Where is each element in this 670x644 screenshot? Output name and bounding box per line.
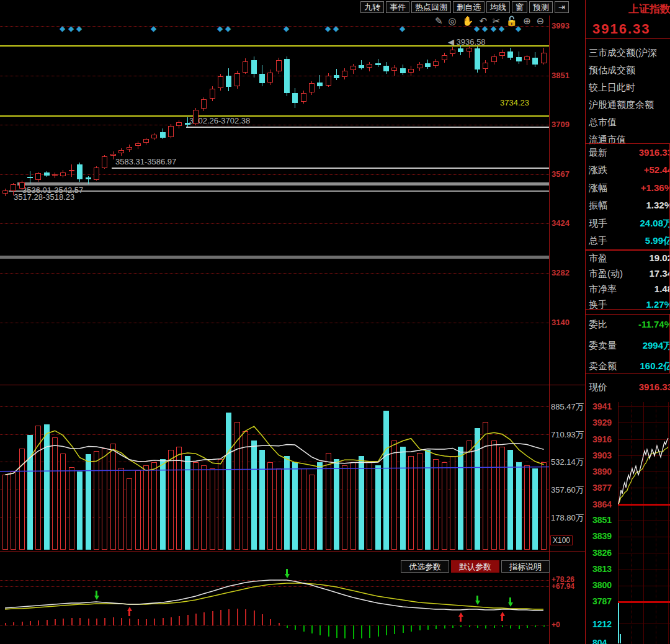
volume-bar: [176, 447, 182, 550]
volume-bar: [317, 462, 323, 550]
candle-body: [491, 56, 497, 61]
info-row-label: 总市值: [589, 117, 617, 128]
price-axis-label: 3993: [552, 21, 570, 30]
mini-axis-label-red: 3877: [592, 483, 612, 493]
macd-hist-bar: [369, 625, 370, 638]
mini-grid-line: [618, 586, 670, 586]
level-label: ◀ 3936.58: [448, 37, 486, 47]
signal-diamond-icon: ◆: [482, 25, 488, 32]
signal-diamond-icon: ◆: [400, 25, 405, 32]
volume-bar: [334, 459, 339, 550]
candlestick-chart-panel[interactable]: 39933851370935673424328231403702.26-3702…: [0, 0, 585, 385]
macd-hist-bar: [485, 625, 486, 628]
tab-indicator-help[interactable]: 指标说明: [501, 560, 550, 573]
mini-axis-label-volume: 804: [592, 638, 607, 644]
macd-hist-bar: [254, 610, 255, 625]
volume-axis-label: 178.80万: [551, 512, 584, 524]
candle-body: [118, 150, 124, 153]
macd-hist-bar: [138, 619, 139, 625]
signal-diamond-icon: ◆: [516, 25, 521, 32]
volume-bar: [60, 454, 66, 550]
buy-arrow-icon: [458, 612, 463, 622]
candle-body: [127, 147, 132, 150]
volume-bar: [69, 467, 74, 550]
candle-wick: [319, 75, 320, 89]
macd-hist-bar: [279, 623, 280, 625]
band-label: 3583.31-3586.97: [115, 157, 176, 166]
candle-body: [450, 50, 455, 55]
zero-label: +0: [552, 620, 560, 629]
macd-hist-bar: [212, 611, 213, 625]
signal-diamond-icon: ◆: [491, 25, 496, 32]
divider: [0, 551, 585, 552]
mini-axis-label-red: 3864: [592, 499, 612, 509]
macd-hist-bar: [187, 615, 189, 625]
mini-grid-vline: [668, 402, 669, 644]
intraday-mini-chart[interactable]: 3941392939163903389038773864385138393826…: [585, 397, 670, 644]
macd-hist-bar: [353, 625, 354, 639]
open-level-line: [618, 504, 670, 506]
grid-line: [0, 323, 549, 323]
volume-bar: [160, 459, 166, 550]
mini-grid-line: [618, 537, 670, 537]
volume-bar: [135, 470, 141, 550]
mini-axis-label-red: 3916: [592, 434, 612, 444]
candle-body: [301, 93, 306, 102]
macd-hist-bar: [5, 623, 6, 625]
candle-body: [52, 174, 58, 176]
grid-line: [0, 223, 549, 224]
macd-hist-bar: [386, 625, 387, 635]
macd-hist-bar: [394, 625, 395, 634]
macd-hist-bar: [220, 610, 221, 625]
macd-hist-bar: [303, 625, 305, 632]
quote-panel: 上证指数 3916.33 三市成交额(沪深预估成交额较上日此时沪股通额度余额总市…: [585, 0, 670, 644]
candle-body: [151, 135, 157, 138]
candle-body: [342, 71, 347, 78]
volume-bar: [201, 465, 207, 550]
grid-line: [0, 273, 549, 274]
tab-preferred-params[interactable]: 优选参数: [401, 560, 449, 573]
arrow-stem: [501, 616, 503, 621]
macd-hist-bar: [121, 618, 122, 625]
volume-bar: [391, 441, 397, 550]
candle-body: [483, 63, 488, 69]
volume-bar: [417, 453, 422, 550]
volume-bar: [118, 468, 124, 550]
mini-grid-line: [618, 423, 670, 423]
volume-bar: [234, 422, 240, 550]
macd-hist-bar: [96, 619, 97, 625]
volume-bar: [2, 475, 8, 550]
arrow-stem: [476, 596, 478, 601]
sell-arrow-icon: [284, 569, 290, 578]
info-row-label: 沪股通额度余额: [589, 99, 654, 111]
candle-body: [2, 190, 8, 193]
candle-wick: [187, 117, 188, 127]
candle-body: [417, 64, 422, 68]
mini-grid-line: [618, 455, 670, 456]
macd-hist-bar: [444, 625, 445, 628]
candle-body: [383, 66, 389, 71]
macd-hist-bar: [63, 619, 64, 625]
volume-bar: [193, 462, 199, 550]
mini-grid-line: [618, 553, 670, 553]
candle-body: [176, 122, 182, 126]
macd-hist-bar: [403, 625, 404, 633]
volume-chart-panel[interactable]: 885.47万710.93万532.14万357.60万178.80万X100: [0, 385, 585, 551]
volume-bar: [185, 456, 190, 550]
macd-hist-bar: [113, 617, 114, 625]
macd-hist-bar: [171, 617, 172, 625]
volume-bar: [151, 462, 157, 550]
signal-diamond-icon: ◆: [68, 25, 74, 32]
macd-hist-bar: [237, 609, 238, 625]
candle-body: [234, 73, 240, 86]
tab-default-params[interactable]: 默认参数: [451, 560, 499, 573]
volume-bar: [27, 435, 33, 550]
mini-axis-label-green: 3800: [592, 580, 612, 590]
candle-body: [102, 156, 107, 168]
candle-body: [259, 74, 265, 84]
macd-hist-bar: [452, 625, 453, 628]
buy-arrow-icon: [499, 612, 505, 621]
volume-bar: [507, 450, 513, 550]
candle-body: [442, 55, 447, 61]
signal-diamond-icon: ◆: [474, 25, 480, 32]
